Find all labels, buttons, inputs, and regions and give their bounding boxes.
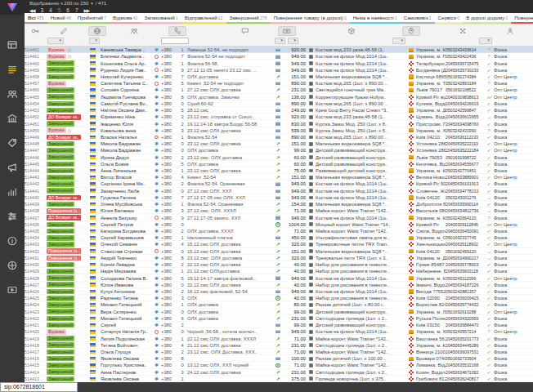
tab-9[interactable]: Нема в наявності1 — [350, 13, 401, 24]
table-row[interactable]: 514462Відмова◷Каневська Тамара ..✱+3801Л… — [25, 47, 533, 53]
table-row[interactable]: 514455ЗавершенийЛюдмила Гончарова✱+3808О… — [25, 94, 533, 100]
filter-country[interactable]: ▼ — [89, 38, 100, 44]
table-row[interactable]: 514441ЗавершенийЗахарченко Люба✱+380027.… — [25, 188, 533, 194]
table-row[interactable]: 514439ЗавершенийУляна Мусійовська✱+3801Ф… — [25, 201, 533, 207]
table-row[interactable]: 514440ДО Возврат ок..Гуцалюк Галина✱+380… — [25, 194, 533, 201]
filter-tracking[interactable]: ▼ — [479, 38, 492, 44]
globe-icon[interactable] — [88, 26, 106, 36]
filter-price[interactable]: ▼ — [288, 38, 298, 44]
table-row[interactable]: 514422ЗавершенийМихаил Гилецький✱+3806ОЛ… — [25, 315, 533, 322]
table-row[interactable]: 514435ЗавершенийКатерина Богданова✱+3802… — [25, 228, 533, 234]
table-row[interactable]: 514449ДО Возврат ок..Власюк Наталья+3801… — [25, 134, 533, 140]
app-logo-icon[interactable] — [0, 0, 25, 15]
tab-3[interactable]: Прийнятий7 — [74, 13, 110, 24]
key-icon[interactable] — [29, 26, 42, 36]
table-row[interactable]: 514461Відмова◷Близнюк Людмила ..+3807Фиа… — [25, 53, 533, 60]
company-icon[interactable] — [7, 113, 18, 124]
table-row[interactable]: 514458ЗавершенийНиколай Кучеренко✱+3807О… — [25, 74, 533, 80]
table-row[interactable]: 514448ЗавершенийМикола Бадражан✱+380023.… — [25, 140, 533, 147]
dashboard-icon[interactable] — [7, 39, 18, 51]
table-row[interactable]: 514459ЗавершенийРуденко Лидия Пав..+3809… — [25, 67, 533, 74]
customer-phone: +380 — [161, 167, 178, 174]
statistics-icon[interactable] — [7, 186, 18, 198]
table-row[interactable]: 514442ЗавершенийСергієнко Ірина Ми..✱+38… — [25, 180, 533, 187]
users-icon[interactable] — [128, 26, 141, 36]
chevron-down-icon[interactable]: ▼ — [90, 2, 93, 6]
settings-sliders-icon[interactable] — [7, 211, 18, 222]
table-row[interactable]: 514438Повернення (з..Юлия Баланюк✱+38032… — [25, 207, 533, 214]
tab-11[interactable]: Сервіси0 — [435, 13, 464, 24]
table-row[interactable]: 514436ЗавершенийСергей Петров✱+3800₴1004… — [25, 221, 533, 228]
tab-13[interactable]: Повернений0 — [511, 13, 533, 24]
table-row[interactable]: 514415ЗавершенийГоргулько Христина..✱+38… — [25, 362, 533, 368]
table-row[interactable]: 514423ЗавершенийВера Скляренко✱+3800ОЛХ … — [25, 309, 533, 315]
tab-12[interactable]: В дорозі додому0 — [463, 13, 511, 24]
tab-10[interactable]: Самовивіз2 — [401, 13, 435, 24]
table-row[interactable]: 514457ВідмоваСалегина Татьяна С..+3805Ке… — [25, 80, 533, 87]
table-row[interactable]: 514424ЗавершенийМихаил Гилецький✱+3801ОЛ… — [25, 301, 533, 308]
filter-payment[interactable]: ▼ — [275, 38, 285, 44]
table-row[interactable]: 514416ЗавершенийЯковлева Оксана✱+3808100… — [25, 355, 533, 362]
package-icon[interactable] — [345, 26, 358, 36]
table-row[interactable]: 514437ДО Возврат ок..Анжела Безушку+3809… — [25, 214, 533, 220]
table-row[interactable]: 514433ЗавершенийОлексій Семанін✱+380415.… — [25, 241, 533, 247]
products-tag-icon[interactable] — [7, 137, 18, 149]
tab-1[interactable]: Всі471 — [25, 13, 47, 24]
table-row[interactable]: 514447ЗавершенийМикола Бадражан✱+3800ОЛХ… — [25, 147, 533, 154]
table-row[interactable]: 514434ЗавершенийСергей Карамышев✱+3801На… — [25, 234, 533, 241]
table-row[interactable]: 514430ЗавершенийКсенія Левадна✱+380222.1… — [25, 261, 533, 268]
product-box-icon — [307, 188, 316, 194]
location-pin-icon[interactable] — [402, 26, 420, 36]
table-row[interactable]: 514450Відмова◷Ковальова анна✱+380323.12 … — [25, 127, 533, 134]
clients-icon[interactable] — [7, 88, 18, 100]
dots-grid-icon[interactable] — [456, 26, 469, 36]
table-row[interactable]: 514451ЗавершенийІващенко Юлія✱+380219.12… — [25, 120, 533, 127]
marketing-icon[interactable] — [7, 162, 18, 173]
tab-8[interactable]: Повернення товару (в дорозі)0 — [271, 13, 350, 24]
table-row[interactable]: 514419ЗавершенийЛилия Подолинская✱+38012… — [25, 335, 533, 341]
table-row[interactable]: 514453ЗавершенийНікітіна Оксана Дми..✱+3… — [25, 107, 533, 114]
filter-status[interactable]: ▼ — [47, 38, 64, 44]
table-row[interactable]: 514452ДО Возврат ок..Єфименко Ніна✱+3802… — [25, 114, 533, 120]
tab-5[interactable]: Запакований1 — [141, 13, 181, 24]
table-row[interactable]: 514417ЗавершенийОльга Глущук✱+380223.12 … — [25, 349, 533, 355]
money-icon[interactable] — [278, 26, 296, 36]
table-row[interactable]: 514454ЗавершенийСамотій Руслана Во..✱+38… — [25, 100, 533, 107]
table-row[interactable]: 514456ЗавершенийСоломія Сідоніна✱+380127… — [25, 87, 533, 93]
filter-phone[interactable] — [161, 38, 189, 44]
filter-product[interactable]: ▼ — [392, 38, 405, 44]
tab-2[interactable]: Новий48 — [47, 13, 74, 24]
tab-6[interactable]: Відправлений12 — [181, 13, 226, 24]
person-icon[interactable] — [504, 26, 517, 36]
table-row[interactable]: 514421ЗавершенийСергей✱+380299.00Детский… — [25, 322, 533, 328]
table-row[interactable]: 514429ЗавершенийНадія Мерзаєва✱+380121.1… — [25, 268, 533, 274]
pagination-summary[interactable]: Відображено з 200 по 250 — [29, 1, 88, 6]
table-row[interactable]: 514427ЗавершенийЮлия Иванова✱+380022.12 … — [25, 282, 533, 288]
delivery-status-icon: ✓ — [485, 315, 494, 322]
table-row[interactable]: 514444ЗавершенийАнна Липенська✱+380123.1… — [25, 167, 533, 174]
table-row[interactable]: 514431Повернення (з..Андрій Ткаченко✱+38… — [25, 255, 533, 261]
table-row[interactable]: 514460ЗавершенийКошелева Ольга Ар..✱+380… — [25, 60, 533, 66]
chat-icon[interactable] — [239, 26, 252, 36]
table-row[interactable]: 514413ЗавершенийЯковлева Оксана✱+3801↗37… — [25, 376, 533, 382]
web-icon[interactable] — [7, 260, 18, 271]
table-row[interactable]: 514418ЗавершенийТетяна Войтович✱+380421.… — [25, 342, 533, 349]
table-row[interactable]: 514425ЗавершенийРадченко Тетяна✱+3803ОЛХ… — [25, 295, 533, 301]
table-row[interactable]: 514414ЗавершенийАнна Пастернак✱+380324.1… — [25, 369, 533, 376]
table-row[interactable]: 514443ЗавершенийВіктор Власов✱+3804Кемел… — [25, 174, 533, 180]
tab-7[interactable]: Завершений278 — [226, 13, 271, 24]
phone-icon[interactable] — [168, 26, 186, 36]
video-icon[interactable] — [7, 284, 18, 296]
table-row[interactable]: 514420ВідмоваСитарчук Наталія Гр..+3800Ч… — [25, 328, 533, 335]
table-row[interactable]: 514428ЗавершенийСолодкова Галина В..✱+38… — [25, 274, 533, 281]
info-icon[interactable] — [7, 235, 18, 247]
orders-icon[interactable] — [7, 64, 18, 75]
tab-label: Повернений — [514, 15, 533, 20]
payment-type: ↗ — [274, 261, 283, 268]
tab-4[interactable]: Відмова42 — [110, 13, 141, 24]
table-row[interactable]: 514445ЗавершенийОльга Божик✱+3805ОЛХ дос… — [25, 161, 533, 167]
pencil-icon[interactable] — [57, 26, 70, 36]
table-row[interactable]: 514432Повернення (з..Станіслав Стрижак+3… — [25, 248, 533, 255]
table-row[interactable]: 514426ЗавершенийКучук Антонина✱+380216.1… — [25, 288, 533, 295]
table-row[interactable]: 514446ЗавершенийИрина Дидух✱+380223.12 с… — [25, 154, 533, 161]
